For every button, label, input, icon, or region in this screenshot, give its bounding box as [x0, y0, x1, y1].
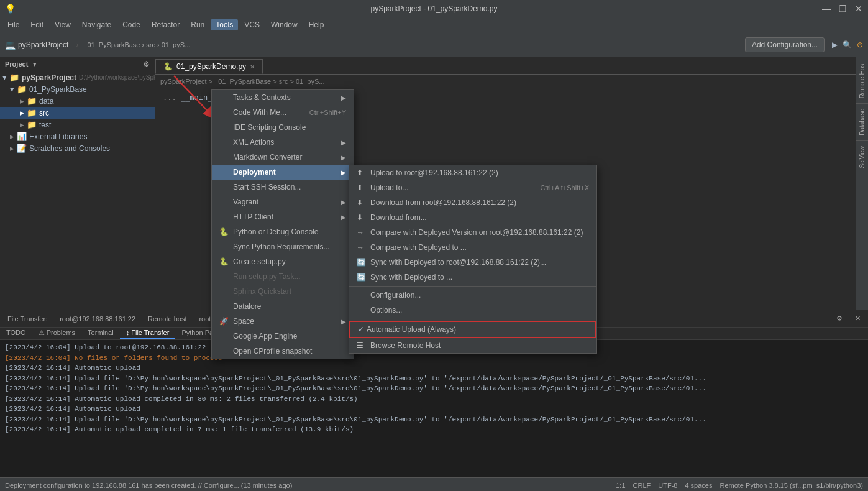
deploy-auto-upload[interactable]: ✓ Automatic Upload (Always) — [349, 321, 596, 338]
tools-deployment[interactable]: Deployment ▶ ⬆ Upload to root@192.168.88… — [212, 165, 354, 180]
tree-arrow-icon6: ▸ — [10, 132, 14, 141]
tools-datalore[interactable]: Datalore — [212, 299, 354, 314]
folder-icon5: 📁 — [27, 120, 37, 129]
tree-arrow-icon3: ▸ — [20, 96, 24, 106]
deploy-divider1 — [349, 286, 596, 287]
folder-icon2: 📁 — [17, 85, 27, 94]
deploy-browse-remote[interactable]: ☰ Browse Remote Host — [349, 338, 596, 353]
tree-arrow-icon7: ▸ — [10, 144, 14, 153]
tree-item-ext[interactable]: ▸ 📊 External Libraries — [0, 131, 155, 142]
run-button[interactable]: ▶ — [832, 40, 838, 49]
tab-file-transfer[interactable]: ↕ File Transfer — [120, 328, 176, 339]
breadcrumb-part: _01_PySparkBase › src › 01_pyS... — [83, 41, 190, 48]
tab-terminal[interactable]: Terminal — [81, 328, 120, 339]
add-configuration-button[interactable]: Add Configuration... — [745, 37, 825, 52]
deploy-sync-root[interactable]: 🔄 Sync with Deployed to root@192.168.88.… — [349, 255, 596, 270]
app-icon: 💡 — [5, 4, 16, 14]
deploy-upload-to-root[interactable]: ⬆ Upload to root@192.168.88.161:22 (2) — [349, 165, 596, 180]
tab-problems[interactable]: ⚠ Problems — [32, 328, 82, 339]
log-line-2: [2023/4/2 16:04] No files or folders fou… — [5, 353, 863, 364]
menu-file[interactable]: File — [2, 19, 24, 30]
deploy-download-from[interactable]: ⬇ Download from... — [349, 210, 596, 225]
search-button[interactable]: 🔍 — [843, 40, 852, 49]
tools-code-with-me[interactable]: Code With Me... Ctrl+Shift+Y — [212, 105, 354, 120]
tree-arrow-icon2: ▾ — [10, 85, 14, 94]
status-encoding: UTF-8 — [658, 482, 677, 489]
deploy-configuration[interactable]: Configuration... — [349, 288, 596, 303]
tree-arrow-icon4: ▸ — [20, 108, 24, 117]
breadcrumb: pySparkProject > _01_PySparkBase > src >… — [155, 75, 868, 88]
sciview-tool[interactable]: SciView — [857, 141, 867, 173]
menu-vcs[interactable]: VCS — [239, 19, 265, 30]
tree-arrow-icon5: ▸ — [20, 120, 24, 129]
menu-navigate[interactable]: Navigate — [77, 19, 116, 30]
tab-close-icon[interactable]: ✕ — [250, 63, 255, 70]
remote-host-tool[interactable]: Remote Host — [857, 57, 867, 103]
tree-item-test[interactable]: ▸ 📁 test — [0, 119, 155, 131]
tools-sync-requirements[interactable]: Sync Python Requirements... — [212, 239, 354, 254]
deploy-download-root[interactable]: ⬇ Download from root@192.168.88.161:22 (… — [349, 195, 596, 210]
deploy-compare-deployed[interactable]: ↔ Compare with Deployed Version on root@… — [349, 225, 596, 240]
tools-ide-scripting[interactable]: IDE Scripting Console — [212, 120, 354, 135]
tools-start-ssh[interactable]: Start SSH Session... — [212, 180, 354, 195]
panel-settings-btn[interactable]: ⚙ — [836, 314, 843, 323]
tree-arrow-icon: ▾ — [2, 73, 7, 82]
deploy-compare-to[interactable]: ↔ Compare with Deployed to ... — [349, 240, 596, 255]
tools-vagrant[interactable]: Vagrant ▶ — [212, 195, 354, 209]
menu-run[interactable]: Run — [186, 19, 209, 30]
close-btn[interactable]: ✕ — [854, 4, 863, 13]
tools-space[interactable]: 🚀 Space ▶ — [212, 314, 354, 329]
menu-edit[interactable]: Edit — [25, 19, 48, 30]
minimize-btn[interactable]: — — [822, 4, 831, 13]
tree-item-pyspark[interactable]: ▾ 📁 pySparkProject D:\Python\workspace\p… — [0, 71, 155, 83]
tools-create-setup[interactable]: 🐍 Create setup.py — [212, 254, 354, 269]
sync-icon1: 🔄 — [357, 258, 367, 267]
sync-to-label: Sync with Deployed to ... — [370, 273, 452, 282]
sidebar: Project ▾ ⚙ ▾ 📁 pySparkProject D:\Python… — [0, 57, 155, 310]
upload-root-label: Upload to root@192.168.88.161:22 (2) — [370, 168, 498, 177]
path-hint: D:\Python\workspace\pySpk... — [79, 74, 155, 81]
menu-tools[interactable]: Tools — [211, 19, 238, 30]
cprofile-label: Open CProfile snapshot — [233, 347, 312, 356]
tree-item-data[interactable]: ▸ 📁 data — [0, 95, 155, 107]
tab-todo[interactable]: TODO — [0, 328, 32, 339]
deploy-options[interactable]: Options... — [349, 303, 596, 318]
compare-icon2: ↔ — [357, 243, 367, 252]
sidebar-dropdown[interactable]: ▾ — [33, 60, 37, 68]
menu-code[interactable]: Code — [117, 19, 145, 30]
folder-icon4: 📁 — [27, 108, 37, 117]
tab-bar: 🐍 01_pySparkDemo.py ✕ — [155, 57, 868, 75]
tools-tasks[interactable]: Tasks & Contexts ▶ — [212, 90, 354, 105]
tools-markdown[interactable]: Markdown Converter ▶ — [212, 150, 354, 165]
http-label: HTTP Client — [233, 213, 273, 221]
menu-view[interactable]: View — [50, 19, 76, 30]
tools-python-debug[interactable]: 🐍 Python or Debug Console — [212, 224, 354, 239]
vagrant-label: Vagrant — [233, 198, 258, 206]
project-icon: 💻 — [5, 40, 16, 50]
editor-tab-demo[interactable]: 🐍 01_pySparkDemo.py ✕ — [155, 59, 263, 74]
menu-help[interactable]: Help — [304, 19, 329, 30]
tools-http-client[interactable]: HTTP Client ▶ — [212, 209, 354, 224]
space-icon: 🚀 — [219, 317, 229, 326]
sidebar-settings-icon[interactable]: ⚙ — [143, 60, 150, 68]
tasks-label: Tasks & Contexts — [233, 93, 291, 102]
run-setup-label: Run setup.py Task... — [233, 272, 301, 281]
tree-item-scratch[interactable]: ▸ 📝 Scratches and Consoles — [0, 142, 155, 154]
panel-close-btn[interactable]: ✕ — [855, 314, 861, 323]
deploy-upload-to[interactable]: ⬆ Upload to... Ctrl+Alt+Shift+X — [349, 180, 596, 195]
browse-remote-label: Browse Remote Host — [370, 341, 441, 350]
sphinx-label: Sphinx Quickstart — [233, 287, 291, 296]
tree-item-src[interactable]: ▸ 📁 src — [0, 107, 155, 119]
window-title: pySparkProject - 01_pySparkDemo.py — [370, 4, 497, 13]
tools-xml-actions[interactable]: XML Actions ▶ — [212, 135, 354, 150]
tree-item-01base[interactable]: ▾ 📁 01_PySparkBase — [0, 83, 155, 95]
menu-window[interactable]: Window — [266, 19, 303, 30]
log-line-5: [2023/4/2 16:14] Upload file 'D:\Python\… — [5, 383, 863, 394]
deploy-sync-to[interactable]: 🔄 Sync with Deployed to ... — [349, 270, 596, 285]
tools-gae[interactable]: Google App Engine — [212, 329, 354, 344]
database-tool[interactable]: Database — [857, 104, 867, 140]
menu-refactor[interactable]: Refactor — [147, 19, 185, 30]
deployment-label: Deployment — [233, 168, 276, 177]
maximize-btn[interactable]: ❐ — [838, 4, 847, 13]
tools-cprofile[interactable]: Open CProfile snapshot — [212, 344, 354, 359]
